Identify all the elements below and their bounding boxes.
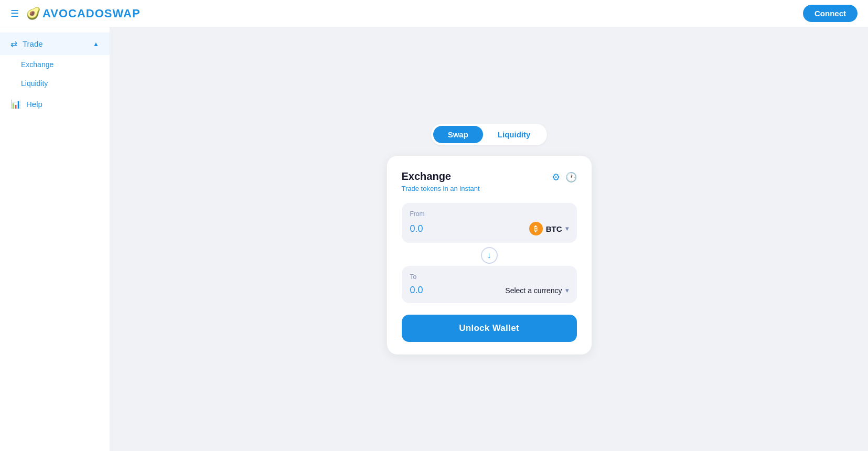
sidebar-item-trade-label: Trade bbox=[23, 39, 43, 48]
to-amount-input[interactable] bbox=[410, 285, 473, 296]
to-token-selector[interactable]: Select a currency ▾ bbox=[505, 286, 568, 295]
sidebar-item-help-label: Help bbox=[26, 100, 42, 109]
sidebar: ⇄ Trade ▲ Exchange Liquidity 📊 Help bbox=[0, 27, 110, 451]
card-header: Exchange Trade tokens in an instant ⚙ 🕐 bbox=[402, 170, 577, 192]
to-row: Select a currency ▾ bbox=[410, 285, 569, 296]
logo-text: AVOCADOSWAP bbox=[42, 7, 141, 20]
from-token-selector[interactable]: ₿ BTC ▾ bbox=[529, 222, 569, 235]
card-title: Exchange bbox=[402, 170, 480, 182]
navbar: ☰ 🥑 AVOCADOSWAP Connect bbox=[0, 0, 868, 27]
sidebar-item-exchange[interactable]: Exchange bbox=[0, 55, 110, 74]
swap-arrow-wrapper: ↓ bbox=[402, 245, 577, 266]
trade-icon: ⇄ bbox=[10, 39, 17, 49]
btc-icon: ₿ bbox=[529, 222, 543, 235]
chevron-up-icon: ▲ bbox=[93, 40, 99, 48]
card-title-group: Exchange Trade tokens in an instant bbox=[402, 170, 480, 192]
to-token-chevron: ▾ bbox=[565, 287, 569, 294]
logo: 🥑 AVOCADOSWAP bbox=[26, 7, 141, 20]
sidebar-item-help[interactable]: 📊 Help bbox=[0, 93, 110, 115]
tab-liquidity[interactable]: Liquidity bbox=[483, 126, 545, 143]
from-amount-input[interactable] bbox=[410, 223, 473, 234]
main-content: Swap Liquidity Exchange Trade tokens in … bbox=[110, 27, 868, 451]
sidebar-liquidity-label: Liquidity bbox=[21, 79, 48, 88]
to-token-box: To Select a currency ▾ bbox=[402, 266, 577, 303]
connect-button[interactable]: Connect bbox=[803, 5, 858, 22]
from-token-chevron: ▾ bbox=[565, 225, 569, 232]
from-row: ₿ BTC ▾ bbox=[410, 222, 569, 235]
tab-group: Swap Liquidity bbox=[431, 124, 548, 145]
from-label: From bbox=[410, 210, 569, 218]
sidebar-item-liquidity[interactable]: Liquidity bbox=[0, 74, 110, 93]
sidebar-exchange-label: Exchange bbox=[21, 60, 53, 69]
exchange-card: Exchange Trade tokens in an instant ⚙ 🕐 … bbox=[387, 156, 592, 355]
to-label: To bbox=[410, 273, 569, 281]
from-token-box: From ₿ BTC ▾ bbox=[402, 203, 577, 243]
unlock-wallet-button[interactable]: Unlock Wallet bbox=[402, 315, 577, 342]
settings-icon-button[interactable]: ⚙ bbox=[552, 171, 560, 183]
history-icon-button[interactable]: 🕐 bbox=[565, 171, 577, 183]
card-subtitle: Trade tokens in an instant bbox=[402, 185, 480, 192]
sidebar-item-trade[interactable]: ⇄ Trade ▲ bbox=[0, 33, 110, 55]
logo-icon: 🥑 bbox=[26, 7, 40, 20]
select-currency-label: Select a currency bbox=[505, 286, 562, 295]
help-icon: 📊 bbox=[10, 99, 21, 109]
from-token-label: BTC bbox=[546, 224, 562, 233]
card-icons: ⚙ 🕐 bbox=[552, 171, 577, 183]
hamburger-icon[interactable]: ☰ bbox=[10, 8, 19, 19]
navbar-left: ☰ 🥑 AVOCADOSWAP bbox=[10, 7, 141, 20]
tab-swap[interactable]: Swap bbox=[433, 126, 483, 143]
main-layout: ⇄ Trade ▲ Exchange Liquidity 📊 Help Swap… bbox=[0, 27, 868, 451]
swap-direction-button[interactable]: ↓ bbox=[481, 247, 498, 264]
